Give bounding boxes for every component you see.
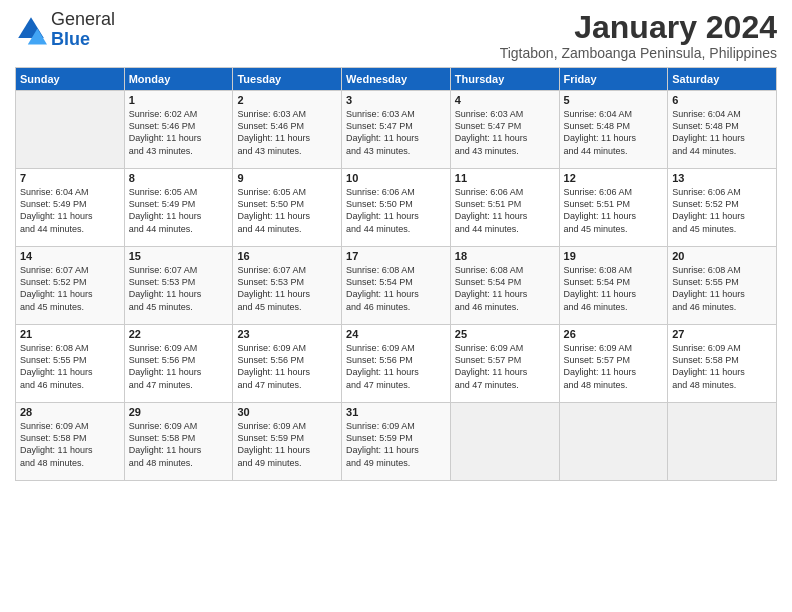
- calendar-cell: 21Sunrise: 6:08 AM Sunset: 5:55 PM Dayli…: [16, 325, 125, 403]
- day-number: 18: [455, 250, 555, 262]
- day-number: 7: [20, 172, 120, 184]
- day-info: Sunrise: 6:04 AM Sunset: 5:48 PM Dayligh…: [672, 108, 772, 157]
- day-info: Sunrise: 6:05 AM Sunset: 5:50 PM Dayligh…: [237, 186, 337, 235]
- day-number: 13: [672, 172, 772, 184]
- calendar-cell: 3Sunrise: 6:03 AM Sunset: 5:47 PM Daylig…: [342, 91, 451, 169]
- day-info: Sunrise: 6:03 AM Sunset: 5:47 PM Dayligh…: [455, 108, 555, 157]
- day-header-saturday: Saturday: [668, 68, 777, 91]
- day-info: Sunrise: 6:09 AM Sunset: 5:57 PM Dayligh…: [564, 342, 664, 391]
- day-number: 11: [455, 172, 555, 184]
- day-number: 21: [20, 328, 120, 340]
- calendar-cell: 6Sunrise: 6:04 AM Sunset: 5:48 PM Daylig…: [668, 91, 777, 169]
- day-number: 16: [237, 250, 337, 262]
- day-header-monday: Monday: [124, 68, 233, 91]
- subtitle: Tigtabon, Zamboanga Peninsula, Philippin…: [500, 45, 777, 61]
- day-header-sunday: Sunday: [16, 68, 125, 91]
- day-info: Sunrise: 6:02 AM Sunset: 5:46 PM Dayligh…: [129, 108, 229, 157]
- calendar-cell: 11Sunrise: 6:06 AM Sunset: 5:51 PM Dayli…: [450, 169, 559, 247]
- day-number: 26: [564, 328, 664, 340]
- day-info: Sunrise: 6:06 AM Sunset: 5:52 PM Dayligh…: [672, 186, 772, 235]
- calendar-cell: 25Sunrise: 6:09 AM Sunset: 5:57 PM Dayli…: [450, 325, 559, 403]
- day-info: Sunrise: 6:09 AM Sunset: 5:58 PM Dayligh…: [129, 420, 229, 469]
- calendar-cell: 1Sunrise: 6:02 AM Sunset: 5:46 PM Daylig…: [124, 91, 233, 169]
- calendar-cell: 7Sunrise: 6:04 AM Sunset: 5:49 PM Daylig…: [16, 169, 125, 247]
- calendar-cell: 18Sunrise: 6:08 AM Sunset: 5:54 PM Dayli…: [450, 247, 559, 325]
- week-row-4: 21Sunrise: 6:08 AM Sunset: 5:55 PM Dayli…: [16, 325, 777, 403]
- calendar-cell: [16, 91, 125, 169]
- day-number: 20: [672, 250, 772, 262]
- day-number: 27: [672, 328, 772, 340]
- day-number: 9: [237, 172, 337, 184]
- day-info: Sunrise: 6:09 AM Sunset: 5:56 PM Dayligh…: [237, 342, 337, 391]
- day-info: Sunrise: 6:07 AM Sunset: 5:52 PM Dayligh…: [20, 264, 120, 313]
- week-row-2: 7Sunrise: 6:04 AM Sunset: 5:49 PM Daylig…: [16, 169, 777, 247]
- title-section: January 2024 Tigtabon, Zamboanga Peninsu…: [500, 10, 777, 61]
- calendar-cell: [559, 403, 668, 481]
- calendar-cell: 13Sunrise: 6:06 AM Sunset: 5:52 PM Dayli…: [668, 169, 777, 247]
- day-number: 5: [564, 94, 664, 106]
- calendar-cell: 4Sunrise: 6:03 AM Sunset: 5:47 PM Daylig…: [450, 91, 559, 169]
- calendar-cell: 17Sunrise: 6:08 AM Sunset: 5:54 PM Dayli…: [342, 247, 451, 325]
- calendar-cell: 22Sunrise: 6:09 AM Sunset: 5:56 PM Dayli…: [124, 325, 233, 403]
- day-header-tuesday: Tuesday: [233, 68, 342, 91]
- calendar-cell: 31Sunrise: 6:09 AM Sunset: 5:59 PM Dayli…: [342, 403, 451, 481]
- day-number: 10: [346, 172, 446, 184]
- calendar-cell: 9Sunrise: 6:05 AM Sunset: 5:50 PM Daylig…: [233, 169, 342, 247]
- week-row-1: 1Sunrise: 6:02 AM Sunset: 5:46 PM Daylig…: [16, 91, 777, 169]
- month-title: January 2024: [500, 10, 777, 45]
- day-info: Sunrise: 6:04 AM Sunset: 5:48 PM Dayligh…: [564, 108, 664, 157]
- day-info: Sunrise: 6:09 AM Sunset: 5:59 PM Dayligh…: [346, 420, 446, 469]
- day-number: 8: [129, 172, 229, 184]
- logo-text: General Blue: [51, 10, 115, 50]
- day-header-wednesday: Wednesday: [342, 68, 451, 91]
- day-info: Sunrise: 6:05 AM Sunset: 5:49 PM Dayligh…: [129, 186, 229, 235]
- logo: General Blue: [15, 10, 115, 50]
- calendar-cell: 12Sunrise: 6:06 AM Sunset: 5:51 PM Dayli…: [559, 169, 668, 247]
- day-info: Sunrise: 6:09 AM Sunset: 5:56 PM Dayligh…: [346, 342, 446, 391]
- calendar-cell: [668, 403, 777, 481]
- day-info: Sunrise: 6:09 AM Sunset: 5:58 PM Dayligh…: [20, 420, 120, 469]
- logo-icon: [15, 14, 47, 46]
- calendar-header-row: SundayMondayTuesdayWednesdayThursdayFrid…: [16, 68, 777, 91]
- day-number: 29: [129, 406, 229, 418]
- calendar-cell: 10Sunrise: 6:06 AM Sunset: 5:50 PM Dayli…: [342, 169, 451, 247]
- day-info: Sunrise: 6:09 AM Sunset: 5:57 PM Dayligh…: [455, 342, 555, 391]
- calendar-cell: [450, 403, 559, 481]
- day-info: Sunrise: 6:08 AM Sunset: 5:54 PM Dayligh…: [346, 264, 446, 313]
- day-info: Sunrise: 6:08 AM Sunset: 5:55 PM Dayligh…: [20, 342, 120, 391]
- calendar-cell: 28Sunrise: 6:09 AM Sunset: 5:58 PM Dayli…: [16, 403, 125, 481]
- day-number: 6: [672, 94, 772, 106]
- day-number: 25: [455, 328, 555, 340]
- day-number: 22: [129, 328, 229, 340]
- header: General Blue January 2024 Tigtabon, Zamb…: [15, 10, 777, 61]
- day-number: 12: [564, 172, 664, 184]
- day-info: Sunrise: 6:03 AM Sunset: 5:47 PM Dayligh…: [346, 108, 446, 157]
- calendar-cell: 14Sunrise: 6:07 AM Sunset: 5:52 PM Dayli…: [16, 247, 125, 325]
- day-number: 15: [129, 250, 229, 262]
- day-header-thursday: Thursday: [450, 68, 559, 91]
- day-number: 19: [564, 250, 664, 262]
- week-row-5: 28Sunrise: 6:09 AM Sunset: 5:58 PM Dayli…: [16, 403, 777, 481]
- day-number: 3: [346, 94, 446, 106]
- calendar-cell: 26Sunrise: 6:09 AM Sunset: 5:57 PM Dayli…: [559, 325, 668, 403]
- day-info: Sunrise: 6:06 AM Sunset: 5:51 PM Dayligh…: [455, 186, 555, 235]
- calendar-table: SundayMondayTuesdayWednesdayThursdayFrid…: [15, 67, 777, 481]
- day-number: 1: [129, 94, 229, 106]
- week-row-3: 14Sunrise: 6:07 AM Sunset: 5:52 PM Dayli…: [16, 247, 777, 325]
- calendar-cell: 27Sunrise: 6:09 AM Sunset: 5:58 PM Dayli…: [668, 325, 777, 403]
- page: General Blue January 2024 Tigtabon, Zamb…: [0, 0, 792, 612]
- calendar-cell: 15Sunrise: 6:07 AM Sunset: 5:53 PM Dayli…: [124, 247, 233, 325]
- day-info: Sunrise: 6:09 AM Sunset: 5:58 PM Dayligh…: [672, 342, 772, 391]
- calendar-cell: 24Sunrise: 6:09 AM Sunset: 5:56 PM Dayli…: [342, 325, 451, 403]
- calendar-cell: 5Sunrise: 6:04 AM Sunset: 5:48 PM Daylig…: [559, 91, 668, 169]
- calendar-cell: 19Sunrise: 6:08 AM Sunset: 5:54 PM Dayli…: [559, 247, 668, 325]
- day-number: 17: [346, 250, 446, 262]
- calendar-cell: 29Sunrise: 6:09 AM Sunset: 5:58 PM Dayli…: [124, 403, 233, 481]
- day-number: 23: [237, 328, 337, 340]
- day-number: 4: [455, 94, 555, 106]
- day-info: Sunrise: 6:06 AM Sunset: 5:50 PM Dayligh…: [346, 186, 446, 235]
- calendar-cell: 30Sunrise: 6:09 AM Sunset: 5:59 PM Dayli…: [233, 403, 342, 481]
- day-number: 2: [237, 94, 337, 106]
- calendar-body: 1Sunrise: 6:02 AM Sunset: 5:46 PM Daylig…: [16, 91, 777, 481]
- day-info: Sunrise: 6:07 AM Sunset: 5:53 PM Dayligh…: [129, 264, 229, 313]
